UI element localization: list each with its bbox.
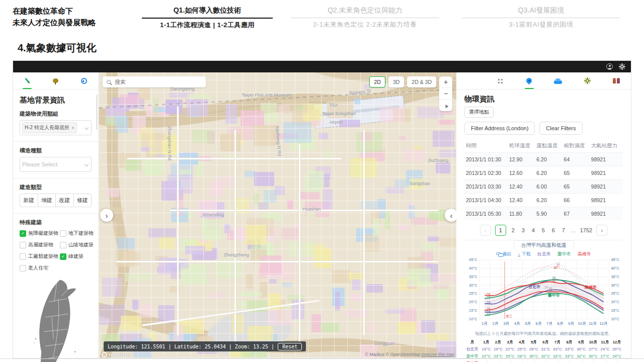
app-topbar [13,61,631,72]
checkbox-checked[interactable]: ✓ [60,253,66,260]
search-input[interactable] [114,78,189,85]
table-cell: 2013/1/1 02:30 [464,166,508,180]
pagination-page-4[interactable]: 4 [530,227,536,233]
pagination-prev-button[interactable]: ‹ [480,225,491,236]
structure-type-select[interactable]: Please Select [20,157,92,172]
p-tab-grid[interactable] [490,72,510,89]
zoom-in-button[interactable]: + [439,76,452,88]
map-coordinates-bar: Longitude: 121.5501 | Latitude: 25.0434 … [104,341,306,351]
improve-map-link[interactable]: Improve this map [422,352,454,357]
pagination: ‹1234567…1752› [464,225,623,236]
build-type-button-0[interactable]: 新建 [20,194,38,207]
p-tab-pin[interactable] [519,72,539,89]
x-axis-label: 4月 [514,321,520,326]
temp-cell: 25°C [516,346,528,353]
table-cell: 5.90 [535,207,562,221]
p-tab-gear[interactable] [577,72,597,89]
map-label: Songshan [410,181,431,186]
p-tab-car[interactable] [548,72,568,89]
usage-group-multiselect[interactable]: H-2 特定人長期居所 × [20,120,92,135]
pagination-page-1[interactable]: 1 [495,225,506,236]
pagination-next-button[interactable]: › [596,225,607,236]
checkbox-unchecked[interactable] [20,253,26,260]
pagination-page-3[interactable]: 3 [520,227,526,233]
table-row[interactable]: 2013/1/1 02:3012.606.206598921 [464,166,623,180]
reset-button[interactable]: Reset [278,343,302,350]
temp-cell: 32°C [551,360,564,362]
legend-item-3[interactable]: 臺中市 [557,251,571,257]
legend-label: 高雄市 [578,251,591,257]
table-cell: 11.80 [508,207,535,221]
table-row[interactable]: 2013/1/1 04:3012.406.206698921 [464,194,623,207]
column-header: 時間 [464,139,508,153]
checkbox-unchecked[interactable] [60,230,66,237]
pagination-page-5[interactable]: 5 [540,227,546,233]
map-search[interactable] [103,76,206,87]
tab-q2[interactable]: Q2.未來角色定位與能力 2-1未來角色定位 2-2未來能力培養 [291,6,439,29]
data-label: 28 [544,286,548,289]
pagination-page-1752[interactable]: 1752 [580,227,592,233]
table-cell: 6.20 [535,153,562,166]
s-tab-tree[interactable] [45,72,65,89]
build-type-button-1[interactable]: 增建 [38,194,56,207]
attribution-text: © Mapbox © OpenStreetMap [365,352,421,357]
table-row[interactable]: 2013/1/1 03:3012.406.006598921 [464,180,623,194]
clear-filters-button[interactable]: Clear Filters [539,122,582,135]
s-tab-globe[interactable] [74,72,94,89]
city-name-cell: 高雄市 [464,360,480,362]
build-type-button-3[interactable]: 修建 [73,194,92,207]
legend-item-2[interactable]: 台北市 [537,251,551,257]
gear-icon[interactable] [620,65,624,68]
month-header-cell: 月 [464,339,480,346]
s-tab-pen[interactable] [17,72,37,89]
map-mode-2D3D[interactable]: 2D & 3D [407,76,436,87]
build-type-button-2[interactable]: 改建 [55,194,74,207]
checkbox-checked[interactable]: ✓ [20,230,26,237]
city-label: 臺中市 [548,293,560,298]
pick-location-button[interactable]: 選擇地點 [464,107,494,118]
legend-item-0[interactable]: 連結 [496,251,511,257]
pagination-page-7[interactable]: 7 [560,227,567,233]
table-row[interactable]: 2013/1/1 05:3011.805.906798921 [464,207,623,221]
special-checkbox-1[interactable]: 地下建築物 [60,230,94,237]
map-mode-2D[interactable]: 2D [369,76,385,87]
legend-item-1[interactable]: ↓下載 [518,251,531,257]
zoom-out-button[interactable]: − [439,88,452,100]
tab-q1[interactable]: Q1.如何導入數位技術 1-1工作流程演進 | 1-2工具應用 [142,6,273,30]
legend-item-4[interactable]: 高雄市 [578,251,591,257]
compass-button[interactable]: ▲ [439,100,452,111]
p-tab-home[interactable] [461,72,481,89]
remove-tag-icon[interactable]: × [71,125,74,131]
download-icon: ↓ [518,252,520,256]
filter-address-button[interactable]: Filter Address (London) [464,122,535,135]
map-canvas[interactable]: DalongdongTaipei Fine Arts MuseumBinjian… [99,72,456,358]
table-row[interactable]: 2013/1/1 01:3012.906.206498921 [464,153,623,166]
data-label: 40 [554,266,558,269]
checkbox-unchecked[interactable] [20,265,26,272]
tab-q3[interactable]: Q3.AI發展困境 3-1當前AI發展的困境 [462,6,620,29]
map-zoom-control: + − ▲ [439,76,452,111]
pagination-ellipsis: … [571,227,576,233]
map-road-grid [99,72,456,358]
user-icon[interactable] [606,63,613,70]
sidebar-expand-chevron[interactable]: › [100,209,113,222]
pagination-page-2[interactable]: 2 [510,227,516,233]
special-checkbox-4[interactable]: 工廠類建築物 [20,253,59,260]
app-content: 基地背景資訊 建築物使用類組 H-2 特定人長期居所 × 構造種類 Please… [13,72,631,358]
mapbox-logo[interactable]: mapbox [102,351,131,357]
panel-collapse-chevron[interactable]: ‹ [445,209,456,222]
special-checkbox-5[interactable]: ✓綠建築 [60,253,94,260]
special-checkbox-3[interactable]: 山坡地建築 [60,241,94,248]
checkbox-unchecked[interactable] [20,242,26,248]
pagination-page-6[interactable]: 6 [550,227,556,233]
map-mode-3D[interactable]: 3D [388,76,404,87]
checkbox-label: 地下建築物 [68,230,94,237]
special-checkbox-0[interactable]: ✓無障礙建築物 [20,230,59,237]
map-mode-buttons: 2D3D2D & 3D [369,76,436,87]
p-tab-figures[interactable] [606,72,626,89]
special-checkbox-6[interactable]: 老人住宅 [20,264,59,272]
chart-title: 台灣平均高溫和低溫 [514,240,574,250]
sidebar-scrollbar[interactable] [96,95,98,130]
checkbox-unchecked[interactable] [60,242,66,248]
special-checkbox-2[interactable]: 高層建築物 [20,241,59,248]
